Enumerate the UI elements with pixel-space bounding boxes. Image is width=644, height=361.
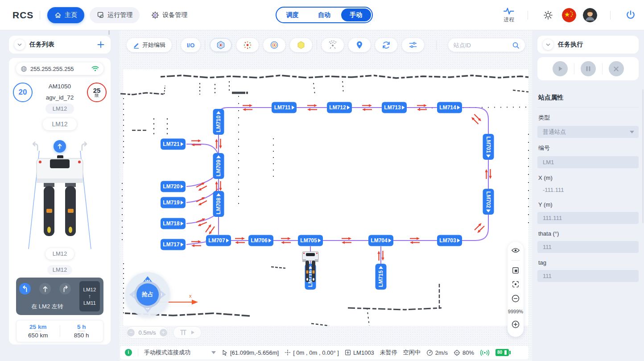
- task-list-title: 任务列表: [29, 41, 54, 49]
- center-focus-icon[interactable]: [512, 280, 520, 288]
- pencil-icon: [133, 42, 140, 49]
- locate-button[interactable]: [348, 38, 371, 52]
- svg-text:LM719: LM719: [163, 199, 180, 206]
- map-station-LM709[interactable]: LM709: [213, 153, 224, 179]
- minimap-icon[interactable]: [512, 266, 520, 274]
- svg-text:LM701: LM701: [485, 137, 491, 154]
- divider: [511, 260, 520, 261]
- map-station-LM715[interactable]: LM715: [376, 264, 387, 290]
- power-button[interactable]: [623, 8, 638, 22]
- scatter-dots-icon: [243, 40, 252, 50]
- user-avatar[interactable]: [583, 8, 597, 22]
- collapse-button[interactable]: [543, 39, 553, 50]
- location-pin-icon: [355, 40, 364, 50]
- route-from: LM12: [83, 286, 96, 293]
- map-station-LM714[interactable]: LM714: [437, 102, 462, 113]
- task-pause-button[interactable]: [581, 61, 596, 76]
- seize-control-button[interactable]: 抢占: [134, 281, 161, 308]
- task-exec-controls: [537, 57, 639, 80]
- field-label: Y (m): [538, 201, 638, 208]
- sliders-icon: [408, 40, 418, 50]
- station-search-input[interactable]: [454, 42, 512, 49]
- field-select[interactable]: 普通站点: [537, 126, 639, 138]
- map-station-LM720[interactable]: LM720: [161, 181, 186, 192]
- field-input[interactable]: 111.111: [537, 212, 639, 224]
- map-station-LM719[interactable]: LM719: [161, 197, 186, 208]
- map-station-LM718[interactable]: LM718: [161, 218, 186, 229]
- lidar-button[interactable]: [322, 38, 344, 52]
- speedometer-icon: [426, 349, 433, 356]
- map-station-LM710[interactable]: LM710: [213, 109, 224, 135]
- map-canvas[interactable]: LM710LM711LM712LM713LM714LM701LM702LM721…: [120, 31, 532, 361]
- pointcloud-layer-button[interactable]: [236, 38, 259, 52]
- fork-control[interactable]: [173, 326, 202, 339]
- task-play-button[interactable]: [553, 61, 568, 76]
- nav-devices[interactable]: 设备管理: [144, 7, 194, 23]
- map-station-LM704[interactable]: LM704: [368, 235, 393, 246]
- power-icon: [625, 10, 636, 21]
- map-area[interactable]: LM710LM711LM712LM713LM714LM701LM702LM721…: [120, 30, 532, 361]
- divider: [610, 11, 611, 20]
- field-input[interactable]: 111: [537, 270, 639, 282]
- robot-pose-value: [ 0m , 0m , 0.00° ]: [293, 349, 339, 356]
- stat-column: 5 h850 h: [60, 324, 103, 339]
- map-station-LM701[interactable]: LM701: [483, 134, 494, 160]
- map-station-LM713[interactable]: LM713: [382, 102, 407, 113]
- right-scrollbar-thumb[interactable]: [642, 89, 644, 223]
- map-station-LM703[interactable]: LM703: [437, 235, 462, 246]
- theme-toggle-button[interactable]: [541, 8, 555, 22]
- speed-decrease-button[interactable]: −: [127, 329, 135, 336]
- field-label: X (m): [538, 174, 638, 181]
- map-station-LM721[interactable]: LM721: [161, 139, 186, 150]
- turn-left-button[interactable]: [19, 283, 31, 295]
- station-pill-small: LM12: [45, 104, 74, 114]
- station-layer-button[interactable]: [210, 38, 232, 52]
- speed-increase-button[interactable]: +: [160, 329, 167, 336]
- collapse-button[interactable]: [14, 39, 25, 50]
- map-station-LM702[interactable]: LM702: [483, 189, 494, 215]
- search-icon[interactable]: [512, 41, 520, 49]
- process-button[interactable]: 进程: [503, 7, 515, 24]
- start-edit-button[interactable]: 开始编辑: [127, 38, 172, 52]
- field-input[interactable]: 111: [537, 241, 639, 253]
- add-task-button[interactable]: [96, 40, 105, 49]
- field-input[interactable]: LM1: [537, 156, 639, 168]
- navigation-card: LM12 ↑ LM11 在 LM2 左转: [16, 278, 103, 315]
- mode-tab[interactable]: 调度: [277, 8, 307, 21]
- task-cancel-button[interactable]: [609, 61, 624, 76]
- map-station-LM708[interactable]: LM708: [213, 191, 224, 217]
- map-station-LM707[interactable]: LM707: [206, 235, 231, 246]
- map-station-LM712[interactable]: LM712: [327, 102, 352, 113]
- svg-text:LM720: LM720: [163, 183, 180, 190]
- dropdown-caret-icon[interactable]: [211, 351, 216, 354]
- map-station-LM717[interactable]: LM717: [161, 239, 186, 250]
- map-station-LM706[interactable]: LM706: [248, 235, 273, 246]
- battery-indicator: 80: [495, 349, 509, 356]
- plus-square-icon: [345, 349, 351, 356]
- vehicle-ip-pill[interactable]: 255.255.255.255: [16, 62, 103, 75]
- svg-text:LM714: LM714: [439, 104, 456, 111]
- mode-tab[interactable]: 自动: [309, 8, 339, 21]
- nav-devices-label: 设备管理: [162, 11, 187, 19]
- language-flag-button[interactable]: [562, 8, 576, 22]
- monitor-gear-icon: [97, 11, 104, 19]
- io-button[interactable]: I/O: [181, 38, 200, 52]
- filter-settings-button[interactable]: [402, 38, 424, 52]
- map-station-LM705[interactable]: LM705: [298, 235, 323, 246]
- zoom-out-icon[interactable]: [511, 294, 520, 303]
- target-layer-button[interactable]: [263, 38, 285, 52]
- turn-right-button[interactable]: [59, 283, 71, 295]
- refresh-button[interactable]: [375, 38, 397, 52]
- svg-text:LM721: LM721: [163, 141, 180, 147]
- mode-tab[interactable]: 手动: [341, 8, 371, 21]
- nav-operations[interactable]: 运行管理: [90, 7, 140, 23]
- speed-limit-badge: 25 限: [87, 83, 107, 102]
- nav-home[interactable]: 主页: [47, 7, 84, 23]
- zoom-in-icon[interactable]: [511, 320, 520, 329]
- map-station-LM711[interactable]: LM711: [272, 102, 297, 113]
- area-layer-button[interactable]: [290, 38, 312, 52]
- straight-button[interactable]: [39, 283, 51, 295]
- station-search: [448, 38, 525, 52]
- eye-icon[interactable]: [511, 246, 520, 254]
- svg-text:LM702: LM702: [485, 191, 491, 208]
